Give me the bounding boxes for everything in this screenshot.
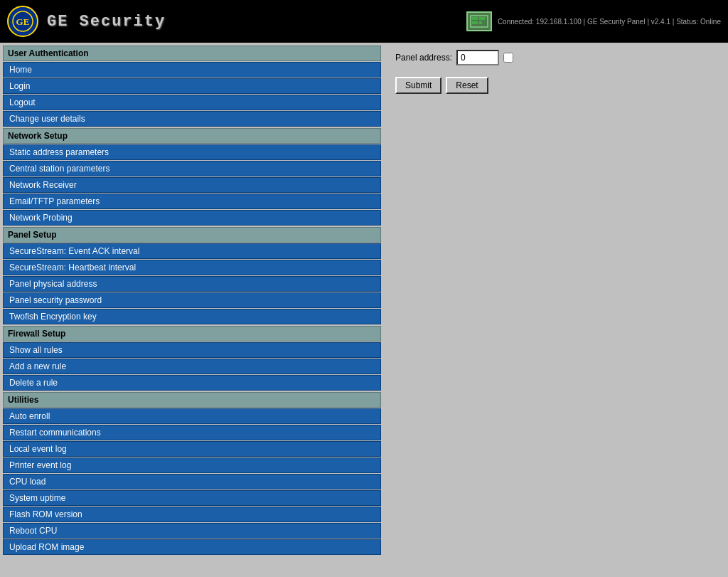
ge-logo: GE (7, 6, 38, 37)
section-network-setup: Network Setup Static address parameters … (3, 128, 381, 226)
nav-twofish[interactable]: Twofish Encryption key (3, 309, 381, 324)
section-utilities: Utilities Auto enroll Restart communicat… (3, 392, 381, 555)
nav-heartbeat[interactable]: SecureStream: Heartbeat interval (3, 260, 381, 275)
nav-flash-rom[interactable]: Flash ROM version (3, 507, 381, 522)
panel-address-input[interactable] (456, 50, 499, 65)
nav-system-uptime[interactable]: System uptime (3, 490, 381, 506)
svg-rect-6 (479, 21, 482, 24)
panel-address-row: Panel address: (395, 50, 717, 65)
nav-show-all-rules[interactable]: Show all rules (3, 342, 381, 358)
reset-button[interactable]: Reset (446, 77, 488, 94)
nav-upload-rom[interactable]: Upload ROM image (3, 539, 381, 555)
nav-central-station[interactable]: Central station parameters (3, 161, 381, 176)
nav-restart-comms[interactable]: Restart communications (3, 425, 381, 440)
status-text: Connected: 192.168.1.100 | GE Security P… (498, 18, 721, 26)
nav-local-event-log[interactable]: Local event log (3, 441, 381, 457)
section-user-auth: User Authentication Home Login Logout Ch… (3, 46, 381, 127)
nav-event-ack[interactable]: SecureStream: Event ACK interval (3, 243, 381, 259)
app-title: GE Security (47, 13, 166, 31)
header-right: Connected: 192.168.1.100 | GE Security P… (466, 11, 721, 31)
svg-rect-4 (479, 17, 485, 20)
submit-button[interactable]: Submit (395, 77, 441, 94)
connection-icon (466, 11, 492, 31)
form-button-row: Submit Reset (395, 77, 717, 94)
section-header-network-setup: Network Setup (3, 128, 381, 144)
nav-static-address[interactable]: Static address parameters (3, 144, 381, 160)
section-header-utilities: Utilities (3, 392, 381, 408)
nav-change-user-details[interactable]: Change user details (3, 111, 381, 127)
nav-reboot-cpu[interactable]: Reboot CPU (3, 523, 381, 539)
panel-address-checkbox[interactable] (503, 53, 513, 63)
section-panel-setup: Panel Setup SecureStream: Event ACK inte… (3, 227, 381, 324)
nav-network-receiver[interactable]: Network Receiver (3, 177, 381, 193)
nav-printer-event-log[interactable]: Printer event log (3, 457, 381, 473)
nav-home[interactable]: Home (3, 62, 381, 78)
nav-cpu-load[interactable]: CPU load (3, 474, 381, 489)
nav-network-probing[interactable]: Network Probing (3, 210, 381, 226)
nav-panel-security[interactable]: Panel security password (3, 292, 381, 308)
main-layout: User Authentication Home Login Logout Ch… (0, 43, 728, 559)
nav-delete-rule[interactable]: Delete a rule (3, 375, 381, 391)
svg-rect-5 (472, 21, 478, 24)
panel-address-label: Panel address: (395, 53, 452, 63)
nav-email-tftp[interactable]: Email/TFTP parameters (3, 194, 381, 209)
nav-auto-enroll[interactable]: Auto enroll (3, 408, 381, 424)
svg-rect-3 (472, 17, 478, 20)
svg-text:GE: GE (16, 16, 30, 27)
nav-login[interactable]: Login (3, 78, 381, 94)
section-header-firewall-setup: Firewall Setup (3, 326, 381, 342)
section-header-panel-setup: Panel Setup (3, 227, 381, 243)
header: GE GE Security Connected: 192.168.1.100 … (0, 0, 728, 43)
sidebar: User Authentication Home Login Logout Ch… (0, 43, 384, 559)
nav-add-new-rule[interactable]: Add a new rule (3, 359, 381, 374)
nav-panel-physical[interactable]: Panel physical address (3, 276, 381, 292)
section-header-user-auth: User Authentication (3, 46, 381, 61)
nav-logout[interactable]: Logout (3, 95, 381, 110)
section-firewall-setup: Firewall Setup Show all rules Add a new … (3, 326, 381, 391)
content-area: Panel address: Submit Reset (384, 43, 728, 559)
